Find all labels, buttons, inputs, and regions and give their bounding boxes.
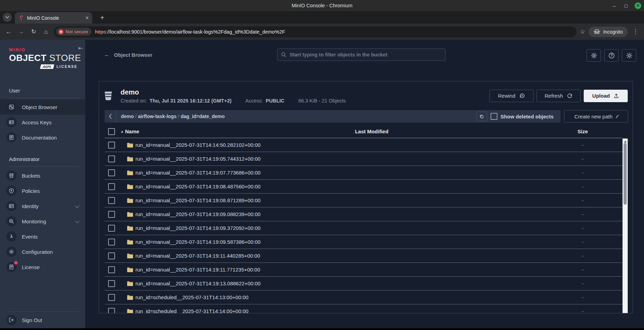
object-name: run_id=manual__2025-07-31T14:19:08.48756… [135, 184, 261, 189]
minimize-button[interactable]: – [611, 3, 617, 9]
table-row[interactable]: run_id=manual__2025-07-31T14:19:11.77123… [105, 263, 623, 277]
column-size[interactable]: Size [572, 128, 594, 134]
table-row[interactable]: run_id=manual__2025-07-31T14:19:09.08823… [105, 207, 623, 221]
search-input[interactable] [290, 52, 442, 57]
theme-toggle-button[interactable] [622, 49, 636, 62]
sidebar-item-documentation[interactable]: Documentation [0, 130, 85, 145]
select-all-checkbox[interactable] [108, 128, 115, 135]
security-chip[interactable]: ✕ Not secure [56, 28, 91, 36]
row-checkbox[interactable] [108, 280, 115, 287]
help-icon: ? [608, 52, 615, 59]
sidebar-item-license[interactable]: License [0, 259, 85, 275]
sidebar-item-policies[interactable]: Policies [0, 183, 85, 198]
sidebar-item-object-browser[interactable]: Object Browser [0, 99, 85, 115]
sidebar-item-configuration[interactable]: Configuration [0, 244, 85, 259]
breadcrumb-separator: / [176, 114, 180, 119]
sidebar-item-label: Object Browser [22, 104, 58, 110]
row-checkbox[interactable] [108, 294, 115, 301]
page-title-group[interactable]: ← Object Browser [104, 51, 152, 58]
table-row[interactable]: run_id=manual__2025-07-31T14:19:08.48756… [105, 180, 623, 194]
sidebar-item-access-keys[interactable]: Access Keys [0, 115, 85, 130]
show-deleted-checkbox[interactable] [491, 113, 497, 120]
column-last-modified[interactable]: Last Modified [302, 128, 441, 134]
svg-text:λ: λ [10, 234, 13, 239]
row-checkbox[interactable] [108, 197, 115, 204]
sun-icon [626, 52, 633, 59]
bookmark-star-icon[interactable]: ☆ [580, 28, 585, 35]
help-button[interactable]: ? [604, 49, 619, 62]
sidebar-item-events[interactable]: λ Events [0, 229, 85, 244]
row-checkbox[interactable] [108, 183, 115, 190]
row-checkbox[interactable] [108, 252, 115, 259]
access-value: PUBLIC [266, 98, 284, 104]
collapse-sidebar-button[interactable]: ⇤ [78, 45, 83, 51]
forward-button[interactable]: → [17, 27, 26, 36]
sidebar: ⇤ MINIO OBJECT STORE AGPL LICENSE User O… [0, 40, 85, 328]
breadcrumb-item[interactable]: demo [121, 114, 134, 119]
sidebar-item-monitoring[interactable]: Monitoring [0, 214, 85, 229]
tab-search-button[interactable] [3, 13, 12, 22]
settings-button[interactable] [586, 49, 601, 62]
row-checkbox[interactable] [108, 142, 115, 149]
copy-path-button[interactable] [477, 112, 487, 121]
upload-icon [614, 93, 619, 99]
table-row[interactable]: run_id=manual__2025-07-31T14:19:09.37209… [105, 221, 623, 235]
not-secure-icon: ✕ [59, 29, 63, 34]
browser-tab[interactable]: MinIO Console × [15, 12, 92, 24]
browser-menu-button[interactable]: ⋮ [631, 28, 640, 35]
events-icon: λ [6, 231, 17, 242]
created-value: Thu, Jul 31 2025 16:12:12 (GMT+2) [150, 98, 232, 104]
policies-icon [6, 186, 17, 196]
table-row[interactable]: run_id=scheduled__2025-07-31T14:13:00+00… [105, 291, 623, 304]
sidebar-item-buckets[interactable]: Buckets [0, 168, 85, 183]
object-size: - [572, 211, 594, 217]
create-path-button[interactable]: Create new path :∕∕ [564, 110, 628, 123]
rewind-button[interactable]: Rewind [489, 90, 533, 102]
row-checkbox[interactable] [108, 266, 115, 273]
sidebar-section-label: User [0, 88, 85, 93]
home-button[interactable]: ⌂ [42, 27, 51, 36]
column-name[interactable]: ▴Name [121, 128, 139, 134]
row-checkbox[interactable] [108, 155, 115, 162]
upload-button[interactable]: Upload [584, 90, 628, 102]
scrollbar-thumb[interactable] [624, 143, 627, 205]
chevron-down-icon [75, 218, 80, 223]
product-name: OBJECT STORE [9, 53, 78, 63]
back-button[interactable]: ← [4, 27, 13, 36]
scroll-up-arrow[interactable] [624, 141, 627, 143]
table-row[interactable]: run_id=scheduled__2025-07-31T14:14:00+00… [105, 304, 623, 313]
refresh-icon [567, 93, 573, 99]
close-button[interactable]: ✕ [635, 2, 641, 9]
table-row[interactable]: run_id=manual__2025-07-31T14:19:13.08862… [105, 277, 623, 291]
bucket-icon [104, 91, 113, 101]
table-row[interactable]: run_id=manual__2025-07-31T14:19:09.58738… [105, 235, 623, 249]
tab-close-button[interactable]: × [86, 15, 89, 21]
row-checkbox[interactable] [108, 211, 115, 218]
sidebar-item-sign-out[interactable]: Sign Out [0, 312, 85, 328]
table-row[interactable]: run_id=manual__2025-07-31T14:19:05.74431… [105, 152, 623, 166]
row-checkbox[interactable] [108, 239, 115, 246]
table-row[interactable]: run_id=manual__2025-07-31T14:19:11.44028… [105, 249, 623, 263]
breadcrumb-back-button[interactable] [105, 110, 116, 123]
sidebar-item-identity[interactable]: Identity [0, 198, 85, 214]
breadcrumb-item[interactable]: airflow-task-logs [138, 114, 176, 119]
reload-button[interactable]: ↻ [29, 27, 38, 36]
breadcrumb-item[interactable]: dag_id=date_demo [180, 114, 224, 119]
table-row[interactable]: run_id=manual__2025-07-31T14:19:07.77368… [105, 166, 623, 180]
object-size: - [572, 267, 594, 273]
object-name: run_id=scheduled__2025-07-31T14:14:00+00… [135, 308, 248, 313]
table-row[interactable]: run_id=manual__2025-07-31T14:19:08.87128… [105, 194, 623, 207]
back-arrow-icon[interactable]: ← [104, 51, 110, 58]
bucket-meta: Created on: Thu, Jul 31 2025 16:12:12 (G… [121, 98, 489, 104]
maximize-button[interactable]: □ [623, 3, 629, 9]
new-tab-button[interactable]: + [98, 13, 107, 22]
url-bar[interactable]: ✕ Not secure https://localhost:9001/brow… [54, 26, 576, 37]
sidebar-item-label: Events [22, 234, 38, 240]
row-checkbox[interactable] [108, 169, 115, 176]
row-checkbox[interactable] [108, 225, 115, 232]
row-checkbox[interactable] [108, 308, 115, 314]
table-scrollbar[interactable] [623, 139, 628, 313]
refresh-button[interactable]: Refresh [537, 90, 581, 102]
table-row[interactable]: run_id=manual__2025-07-31T14:14:50.28210… [105, 138, 623, 152]
bucket-name: demo [121, 88, 489, 96]
